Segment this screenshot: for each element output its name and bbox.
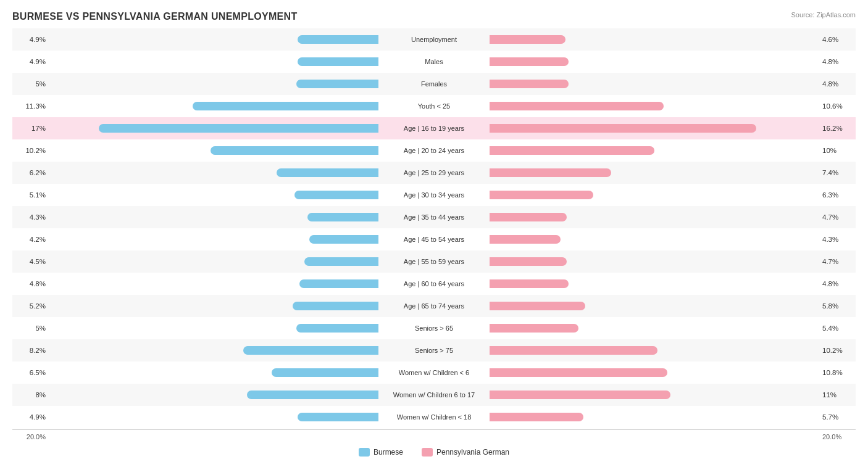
pa-bar: [490, 35, 565, 44]
right-value: 4.7%: [819, 213, 856, 221]
table-row: 5.2% Age | 65 to 74 years 5.8%: [12, 295, 856, 317]
pa-bar: [490, 168, 611, 177]
pa-legend-box: [422, 448, 433, 457]
axis-right: 20.0%: [819, 433, 856, 440]
left-value: 6.5%: [12, 369, 49, 376]
table-row: 8% Women w/ Children 6 to 17 11%: [12, 384, 856, 406]
legend: Burmese Pennsylvania German: [12, 448, 856, 457]
right-value: 4.3%: [819, 236, 856, 243]
left-value: 4.3%: [12, 213, 49, 221]
left-value: 5%: [12, 80, 49, 88]
row-label: Age | 35 to 44 years: [378, 213, 490, 221]
right-value: 5.4%: [819, 324, 856, 332]
row-label: Age | 60 to 64 years: [378, 280, 490, 287]
burmese-bar: [309, 235, 378, 244]
table-row: 4.5% Age | 55 to 59 years 4.7%: [12, 250, 856, 273]
pa-bar: [490, 279, 569, 288]
row-label: Age | 45 to 54 years: [378, 236, 490, 243]
left-value: 4.9%: [12, 58, 49, 65]
burmese-bar: [277, 168, 378, 177]
pa-legend-label: Pennsylvania German: [436, 448, 509, 457]
row-label: Age | 55 to 59 years: [378, 258, 490, 265]
source-label: Source: ZipAtlas.com: [791, 11, 856, 19]
pa-bar: [490, 213, 567, 221]
left-value: 8.2%: [12, 347, 49, 354]
left-value: 4.5%: [12, 258, 49, 265]
right-value: 7.4%: [819, 169, 856, 176]
right-value: 5.7%: [819, 413, 856, 421]
pa-bar: [490, 124, 756, 133]
row-label: Women w/ Children < 18: [378, 413, 490, 421]
right-value: 4.8%: [819, 58, 856, 65]
table-row: 6.5% Women w/ Children < 6 10.8%: [12, 362, 856, 384]
pa-bar: [490, 146, 654, 155]
right-value: 5.8%: [819, 302, 856, 310]
legend-pa-german: Pennsylvania German: [422, 448, 509, 457]
right-value: 4.6%: [819, 36, 856, 43]
burmese-bar: [247, 391, 378, 399]
row-label: Age | 20 to 24 years: [378, 147, 490, 154]
pa-bar: [490, 368, 667, 377]
burmese-bar: [298, 35, 378, 44]
table-row: 5% Females 4.8%: [12, 73, 856, 95]
table-row: 6.2% Age | 25 to 29 years 7.4%: [12, 162, 856, 184]
pa-bar: [490, 102, 664, 110]
left-value: 10.2%: [12, 147, 49, 154]
pa-bar: [490, 346, 657, 355]
burmese-bar: [298, 413, 378, 421]
table-row: 4.9% Males 4.8%: [12, 51, 856, 73]
pa-bar: [490, 191, 593, 199]
right-value: 4.8%: [819, 280, 856, 287]
right-value: 10.2%: [819, 347, 856, 354]
burmese-bar: [296, 324, 378, 333]
chart: 4.9% Unemployment 4.6% 4.9% Males: [12, 28, 856, 428]
burmese-bar: [99, 124, 378, 133]
burmese-bar: [193, 102, 378, 110]
row-label: Seniors > 75: [378, 347, 490, 354]
right-value: 10.8%: [819, 369, 856, 376]
left-value: 5.2%: [12, 302, 49, 310]
burmese-bar: [272, 368, 378, 377]
right-value: 10%: [819, 147, 856, 154]
burmese-legend-label: Burmese: [373, 448, 403, 457]
row-label: Women w/ Children < 6: [378, 369, 490, 376]
legend-burmese: Burmese: [359, 448, 403, 457]
table-row: 4.3% Age | 35 to 44 years 4.7%: [12, 206, 856, 228]
row-label: Age | 16 to 19 years: [378, 125, 490, 132]
chart-title: BURMESE VS PENNSYLVANIA GERMAN UNEMPLOYM…: [12, 11, 298, 22]
left-value: 8%: [12, 391, 49, 399]
burmese-bar: [293, 302, 378, 310]
table-row: 17% Age | 16 to 19 years 16.2%: [12, 117, 856, 139]
pa-bar: [490, 57, 569, 66]
table-row: 4.9% Unemployment 4.6%: [12, 28, 856, 51]
burmese-bar: [298, 57, 378, 66]
pa-bar: [490, 302, 585, 310]
row-label: Unemployment: [378, 36, 490, 43]
left-value: 5.1%: [12, 191, 49, 199]
right-value: 11%: [819, 391, 856, 399]
right-value: 16.2%: [819, 125, 856, 132]
axis-left: 20.0%: [12, 433, 49, 440]
right-value: 4.8%: [819, 80, 856, 88]
burmese-legend-box: [359, 448, 370, 457]
chart-container: BURMESE VS PENNSYLVANIA GERMAN UNEMPLOYM…: [0, 0, 868, 467]
table-row: 4.8% Age | 60 to 64 years 4.8%: [12, 273, 856, 295]
pa-bar: [490, 413, 583, 421]
row-label: Males: [378, 58, 490, 65]
row-label: Seniors > 65: [378, 324, 490, 332]
row-label: Youth < 25: [378, 102, 490, 110]
burmese-bar: [294, 191, 378, 199]
table-row: 4.2% Age | 45 to 54 years 4.3%: [12, 228, 856, 250]
left-value: 4.2%: [12, 236, 49, 243]
table-row: 8.2% Seniors > 75 10.2%: [12, 339, 856, 362]
right-value: 4.7%: [819, 258, 856, 265]
left-value: 4.9%: [12, 413, 49, 421]
row-label: Females: [378, 80, 490, 88]
burmese-bar: [296, 80, 378, 88]
left-value: 4.8%: [12, 280, 49, 287]
table-row: 4.9% Women w/ Children < 18 5.7%: [12, 406, 856, 428]
left-value: 5%: [12, 324, 49, 332]
burmese-bar: [304, 257, 378, 266]
burmese-bar: [211, 146, 378, 155]
table-row: 10.2% Age | 20 to 24 years 10%: [12, 139, 856, 162]
